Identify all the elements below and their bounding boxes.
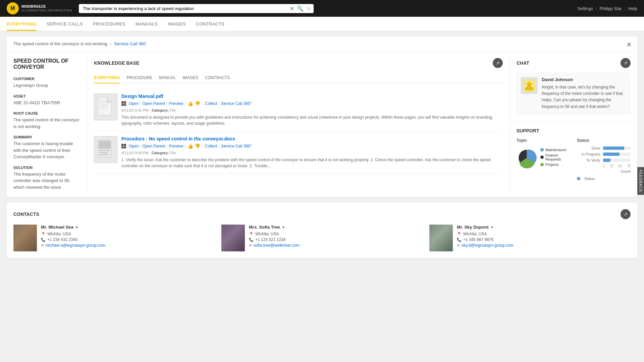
sub-tab-manual[interactable]: MANUAL bbox=[159, 73, 176, 83]
search-input[interactable] bbox=[79, 4, 314, 13]
user-name[interactable]: Philipp Star bbox=[599, 6, 622, 11]
legend-dot-status bbox=[577, 177, 580, 180]
chat-title: CHAT bbox=[517, 60, 529, 66]
doc-title[interactable]: Procedure - No speed control in the conv… bbox=[121, 136, 503, 141]
field-value-solution: The frequency of the motor controller wa… bbox=[13, 171, 80, 191]
tab-images[interactable]: IMAGES bbox=[168, 17, 186, 31]
action-preview[interactable]: Preview bbox=[169, 144, 183, 148]
tab-service-calls[interactable]: SERVICE CALLS bbox=[47, 17, 83, 31]
doc-info: Design Manual.pdf Open | Open Parent | P… bbox=[121, 94, 503, 126]
phone-icon: 📞 bbox=[249, 238, 254, 242]
doc-title[interactable]: Design Manual.pdf bbox=[121, 94, 503, 99]
action-open-parent[interactable]: Open Parent bbox=[142, 101, 165, 106]
legend-dot-maintenance bbox=[540, 148, 544, 152]
legend-label-status: Status bbox=[584, 177, 595, 181]
middle-panel: KNOWLEDGE BASE ↗ EVERYTHING PROCEDURE MA… bbox=[87, 51, 510, 197]
expand-contacts-button[interactable]: ↗ bbox=[621, 209, 631, 219]
logo-text: MINDBREEZE ILLUMINATING INFORMATION bbox=[21, 4, 72, 13]
tab-manuals[interactable]: MANUALS bbox=[136, 17, 158, 31]
sub-tab-contracts[interactable]: CONTRACTS bbox=[205, 73, 230, 83]
legend-dot-feature bbox=[540, 156, 544, 159]
document-item: Procedure - No speed control in the conv… bbox=[94, 131, 503, 174]
tab-procedures[interactable]: PROCEDURES bbox=[93, 17, 125, 31]
field-label-asset: ASSET bbox=[13, 94, 80, 98]
bar-row-done: Done bbox=[577, 146, 631, 150]
contact-email-sofia: ✉ sofia.tree@welkisher.com bbox=[249, 243, 300, 248]
count-label: Count bbox=[577, 169, 631, 173]
action-preview[interactable]: Preview bbox=[169, 101, 183, 106]
topic-chart: Topic bbox=[517, 138, 570, 181]
bar-axis: 0 25 50 75 bbox=[577, 164, 631, 168]
contact-dropdown-michael[interactable]: ▾ bbox=[76, 225, 78, 229]
feedback-tab[interactable]: FEEDBACK bbox=[637, 167, 644, 195]
contact-item: Mr. Michael Sea ▾ 📍 Wichita, USA 📞 +1 23… bbox=[13, 225, 215, 251]
contact-email-sky: ✉ sky.d@legrowayn-group.com bbox=[457, 243, 514, 248]
help-link[interactable]: Help bbox=[628, 6, 637, 11]
contact-email-link-sky[interactable]: sky.d@legrowayn-group.com bbox=[462, 243, 514, 248]
location-icon: 📍 bbox=[249, 232, 254, 236]
contact-details-michael: Mr. Michael Sea ▾ 📍 Wichita, USA 📞 +1 23… bbox=[41, 225, 105, 249]
contact-dropdown-sky[interactable]: ▾ bbox=[491, 225, 493, 229]
contact-details-sky: Mr. Sky Dupont ▾ 📍 Wichita, USA 📞 +1 345… bbox=[457, 225, 514, 249]
action-service-call[interactable]: Service Call 360° bbox=[221, 144, 252, 148]
expand-chat-button[interactable]: ↗ bbox=[621, 58, 631, 68]
contact-location-sky: 📍 Wichita, USA bbox=[457, 232, 514, 236]
star-icon[interactable]: ☆ bbox=[306, 5, 311, 12]
action-collect[interactable]: Collect bbox=[205, 144, 217, 148]
doc-actions: Open | Open Parent | Preview | 👍 👎 | Col… bbox=[121, 101, 503, 106]
chat-message: Alright, in that case, let's try changin… bbox=[542, 84, 626, 110]
main-content: The speed control of the conveyor is not… bbox=[0, 31, 644, 263]
settings-link[interactable]: Settings bbox=[577, 6, 593, 11]
grid-icon bbox=[121, 144, 126, 148]
contact-email-link-sofia[interactable]: sofia.tree@welkisher.com bbox=[254, 243, 300, 248]
search-icon[interactable]: 🔍 bbox=[297, 5, 304, 12]
action-open[interactable]: Open bbox=[129, 101, 139, 106]
doc-meta: 4/11/23 9:44 PM · Category: File bbox=[121, 151, 503, 155]
expand-kb-button[interactable]: ↗ bbox=[493, 58, 503, 68]
doc-actions: Open | Open Parent | Preview | 👍 👎 | Col… bbox=[121, 143, 503, 149]
breadcrumb-chevron: › bbox=[110, 41, 111, 46]
action-open[interactable]: Open bbox=[129, 144, 139, 148]
svg-rect-5 bbox=[99, 108, 106, 109]
breadcrumb-item2[interactable]: Service Call 360 bbox=[114, 41, 146, 46]
svg-rect-14 bbox=[525, 87, 533, 90]
doc-meta: 4/11/23 9:41 PM · Category: File bbox=[121, 108, 503, 112]
pie-chart bbox=[517, 146, 537, 170]
action-service-call[interactable]: Service Call 360° bbox=[221, 101, 252, 106]
breadcrumb-item1[interactable]: The speed control of the conveyor is not… bbox=[13, 41, 107, 46]
contact-dropdown-sofia[interactable]: ▾ bbox=[282, 225, 284, 229]
contact-email-link-michael[interactable]: michael.s@legrowayn-group.com bbox=[46, 243, 105, 248]
action-open-parent[interactable]: Open Parent bbox=[142, 144, 165, 148]
thumbs-down-icon[interactable]: 👎 bbox=[195, 143, 200, 149]
close-button[interactable]: ✕ bbox=[626, 41, 632, 49]
chat-avatar bbox=[521, 77, 538, 94]
legend-dot-projects bbox=[540, 163, 544, 166]
sub-tab-images[interactable]: IMAGES bbox=[182, 73, 198, 83]
email-icon: ✉ bbox=[457, 243, 460, 248]
support-section: SUPPORT Topic bbox=[510, 121, 637, 187]
thumbs-up-icon[interactable]: 👍 bbox=[187, 101, 193, 106]
sub-tab-procedure[interactable]: PROCEDURE bbox=[127, 73, 153, 83]
knowledge-base-title: KNOWLEDGE BASE bbox=[94, 60, 139, 66]
thumbs-down-icon[interactable]: 👎 bbox=[195, 101, 200, 106]
tab-everything[interactable]: EVERYTHING bbox=[7, 17, 37, 31]
svg-rect-9 bbox=[99, 150, 109, 151]
contact-photo-sky bbox=[429, 225, 453, 251]
chat-content: David Johnson Alright, in that case, let… bbox=[542, 77, 626, 110]
document-item: Design Manual.pdf Open | Open Parent | P… bbox=[94, 89, 503, 131]
tab-contracts[interactable]: CONTRACTS bbox=[196, 17, 224, 31]
thumbs-up-icon[interactable]: 👍 bbox=[187, 143, 193, 149]
phone-icon: 📞 bbox=[457, 238, 462, 242]
action-collect[interactable]: Collect bbox=[205, 101, 217, 106]
contacts-card: CONTACTS ↗ Mr. Michael Sea ▾ 📍 Wichita, … bbox=[7, 202, 637, 258]
main-card: The speed control of the conveyor is not… bbox=[7, 37, 637, 197]
contact-name-sofia: Mrs. Sofia Tree ▾ bbox=[249, 225, 300, 230]
contact-email-michael: ✉ michael.s@legrowayn-group.com bbox=[41, 243, 105, 248]
topbar: M MINDBREEZE ILLUMINATING INFORMATION ✕ … bbox=[0, 0, 644, 17]
field-value-customer: Legrowayn Group bbox=[13, 82, 80, 89]
contact-location-sofia: 📍 Wichita, USA bbox=[249, 232, 300, 236]
clear-icon[interactable]: ✕ bbox=[290, 5, 294, 12]
sub-tab-everything[interactable]: EVERYTHING bbox=[94, 73, 120, 83]
main-tabs: EVERYTHING SERVICE CALLS PROCEDURES MANU… bbox=[0, 17, 644, 31]
svg-rect-17 bbox=[528, 85, 531, 86]
